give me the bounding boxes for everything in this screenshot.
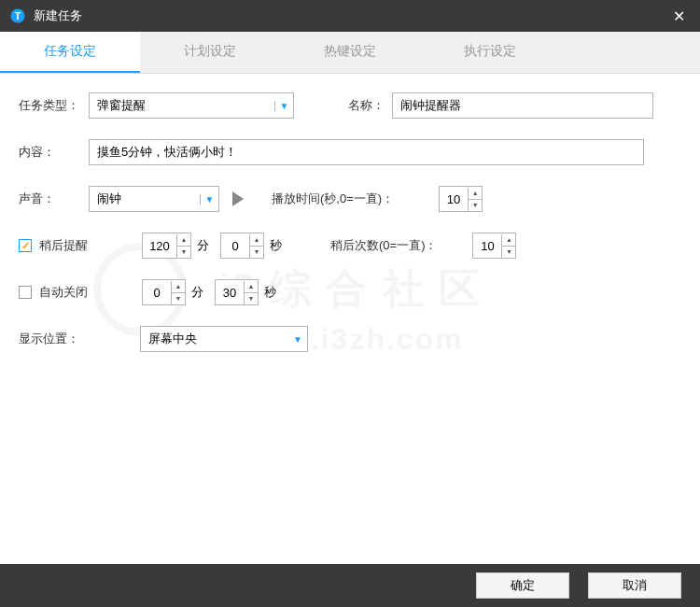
autoclose-seconds-spinner[interactable]: ▲▼ <box>215 279 259 305</box>
up-arrow-icon[interactable]: ▲ <box>469 188 482 200</box>
play-time-spinner[interactable]: ▲▼ <box>439 186 483 212</box>
app-icon: T <box>9 7 26 24</box>
content-label: 内容： <box>19 144 89 161</box>
task-type-label: 任务类型： <box>19 97 89 114</box>
footer-bar: 确定 取消 <box>0 564 700 607</box>
cancel-button[interactable]: 取消 <box>588 572 681 599</box>
name-input[interactable] <box>392 92 653 119</box>
down-arrow-icon[interactable]: ▼ <box>177 247 190 258</box>
chevron-down-icon: ▼ <box>288 334 307 345</box>
name-label: 名称： <box>348 97 385 114</box>
up-arrow-icon[interactable]: ▲ <box>502 234 515 247</box>
up-arrow-icon[interactable]: ▲ <box>177 234 190 247</box>
chevron-down-icon: ▼ <box>200 194 218 205</box>
position-select[interactable]: 屏幕中央 ▼ <box>140 326 308 352</box>
remind-later-label: 稍后提醒 <box>39 237 97 254</box>
auto-close-checkbox[interactable] <box>19 286 32 299</box>
auto-close-label: 自动关闭 <box>39 284 97 301</box>
sound-label: 声音： <box>19 191 89 207</box>
remind-seconds-spinner[interactable]: ▲▼ <box>220 233 264 259</box>
tab-plan-settings[interactable]: 计划设定 <box>140 32 280 73</box>
position-label: 显示位置： <box>19 331 89 347</box>
down-arrow-icon[interactable]: ▼ <box>469 200 482 211</box>
up-arrow-icon[interactable]: ▲ <box>245 281 258 293</box>
sound-select[interactable]: 闹钟 ▼ <box>89 186 219 212</box>
window-title: 新建任务 <box>34 7 667 24</box>
remind-count-spinner[interactable]: ▲▼ <box>472 233 516 259</box>
tab-task-settings[interactable]: 任务设定 <box>0 32 140 73</box>
down-arrow-icon[interactable]: ▼ <box>245 293 258 304</box>
up-arrow-icon[interactable]: ▲ <box>250 234 263 247</box>
chevron-down-icon: ▼ <box>274 101 293 111</box>
form-panel: 任务类型： 弹窗提醒 ▼ 名称： 内容： 声音： 闹钟 ▼ 播放时间(秒,0=一… <box>0 74 700 352</box>
remind-later-checkbox[interactable]: ✓ <box>19 239 32 252</box>
minutes-unit: 分 <box>197 237 209 254</box>
remind-count-label: 稍后次数(0=一直)： <box>330 237 437 254</box>
tab-bar: 任务设定 计划设定 热键设定 执行设定 <box>0 32 700 74</box>
seconds-unit: 秒 <box>264 284 276 301</box>
remind-minutes-spinner[interactable]: ▲▼ <box>142 233 191 259</box>
down-arrow-icon[interactable]: ▼ <box>250 247 263 258</box>
up-arrow-icon[interactable]: ▲ <box>172 281 185 293</box>
minutes-unit: 分 <box>191 284 203 301</box>
seconds-unit: 秒 <box>270 237 282 254</box>
down-arrow-icon[interactable]: ▼ <box>172 293 185 304</box>
svg-text:T: T <box>15 10 21 21</box>
ok-button[interactable]: 确定 <box>476 572 569 599</box>
autoclose-minutes-spinner[interactable]: ▲▼ <box>142 279 186 305</box>
play-time-label: 播放时间(秒,0=一直)： <box>272 191 394 207</box>
tab-execute-settings[interactable]: 执行设定 <box>420 32 560 73</box>
task-type-select[interactable]: 弹窗提醒 ▼ <box>89 92 294 119</box>
content-input[interactable] <box>89 139 644 165</box>
title-bar: T 新建任务 ✕ <box>0 0 700 32</box>
down-arrow-icon[interactable]: ▼ <box>502 247 515 258</box>
tab-hotkey-settings[interactable]: 热键设定 <box>280 32 420 73</box>
play-icon[interactable] <box>232 191 244 206</box>
close-icon[interactable]: ✕ <box>667 7 691 25</box>
